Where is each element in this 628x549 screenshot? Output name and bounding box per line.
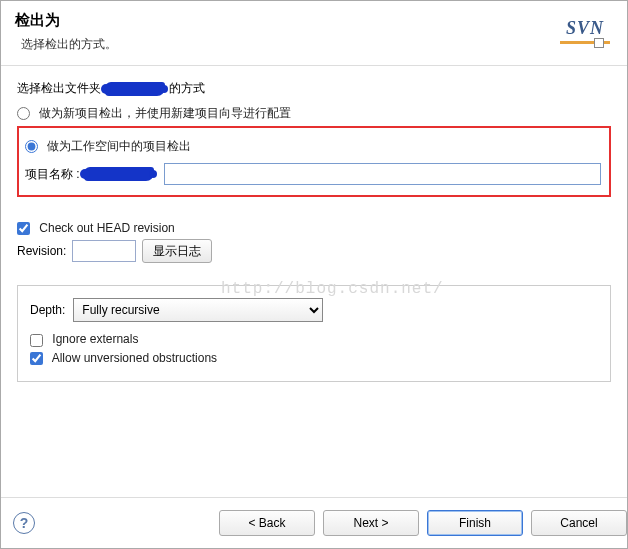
allow-unversioned-label[interactable]: Allow unversioned obstructions (30, 351, 217, 365)
project-name-row: 项目名称 : (25, 163, 601, 185)
allow-unversioned-checkbox[interactable] (30, 352, 43, 365)
checkout-head-text: Check out HEAD revision (39, 221, 174, 235)
allow-unversioned-text: Allow unversioned obstructions (52, 351, 217, 365)
redacted-project-name (84, 167, 154, 181)
project-name-input[interactable] (164, 163, 601, 185)
ignore-externals-row: Ignore externals (30, 332, 598, 346)
checkout-head-label[interactable]: Check out HEAD revision (17, 221, 175, 235)
radio-workspace-text: 做为工作空间中的项目检出 (47, 139, 191, 153)
show-log-button[interactable]: 显示日志 (142, 239, 212, 263)
radio-new-project[interactable] (17, 107, 30, 120)
checkout-dialog: 检出为 选择检出的方式。 SVN 选择检出文件夹 的方式 做为新项目检出，并使用… (0, 0, 628, 549)
help-icon[interactable]: ? (13, 512, 35, 534)
depth-select[interactable]: Fully recursive (73, 298, 323, 322)
radio-new-project-text: 做为新项目检出，并使用新建项目向导进行配置 (39, 106, 291, 120)
dialog-content: 选择检出文件夹 的方式 做为新项目检出，并使用新建项目向导进行配置 做为工作空间… (1, 66, 627, 497)
header-text: 检出为 选择检出的方式。 (15, 11, 117, 53)
dialog-header: 检出为 选择检出的方式。 SVN (1, 1, 627, 66)
depth-label: Depth: (30, 303, 65, 317)
depth-row: Depth: Fully recursive (30, 298, 598, 322)
svn-logo-icon: SVN (557, 11, 613, 51)
allow-unversioned-row: Allow unversioned obstructions (30, 351, 598, 365)
radio-workspace[interactable] (25, 140, 38, 153)
options-group: Depth: Fully recursive Ignore externals … (17, 285, 611, 382)
checkout-head-checkbox[interactable] (17, 222, 30, 235)
radio-workspace-label[interactable]: 做为工作空间中的项目检出 (25, 139, 191, 153)
revision-input[interactable] (72, 240, 136, 262)
revision-row: Revision: 显示日志 (17, 239, 611, 263)
back-button[interactable]: < Back (219, 510, 315, 536)
folder-method-line: 选择检出文件夹 的方式 (17, 80, 611, 97)
radio-workspace-row: 做为工作空间中的项目检出 (25, 138, 601, 155)
cancel-button[interactable]: Cancel (531, 510, 627, 536)
ignore-externals-text: Ignore externals (52, 332, 138, 346)
dialog-title: 检出为 (15, 11, 117, 30)
radio-new-project-row: 做为新项目检出，并使用新建项目向导进行配置 (17, 105, 611, 122)
project-name-label: 项目名称 : (25, 166, 80, 183)
radio-new-project-label[interactable]: 做为新项目检出，并使用新建项目向导进行配置 (17, 106, 291, 120)
ignore-externals-checkbox[interactable] (30, 334, 43, 347)
finish-button[interactable]: Finish (427, 510, 523, 536)
highlight-box: 做为工作空间中的项目检出 项目名称 : (17, 126, 611, 197)
folder-prefix: 选择检出文件夹 (17, 80, 101, 97)
next-button[interactable]: Next > (323, 510, 419, 536)
svn-logo-underline (560, 41, 610, 44)
revision-label: Revision: (17, 244, 66, 258)
dialog-subtitle: 选择检出的方式。 (21, 36, 117, 53)
checkout-head-row: Check out HEAD revision (17, 221, 611, 235)
svn-logo-text: SVN (566, 18, 604, 39)
redacted-folder-name (105, 82, 165, 96)
dialog-footer: ? < Back Next > Finish Cancel (1, 497, 627, 548)
ignore-externals-label[interactable]: Ignore externals (30, 332, 138, 346)
folder-suffix: 的方式 (169, 80, 205, 97)
